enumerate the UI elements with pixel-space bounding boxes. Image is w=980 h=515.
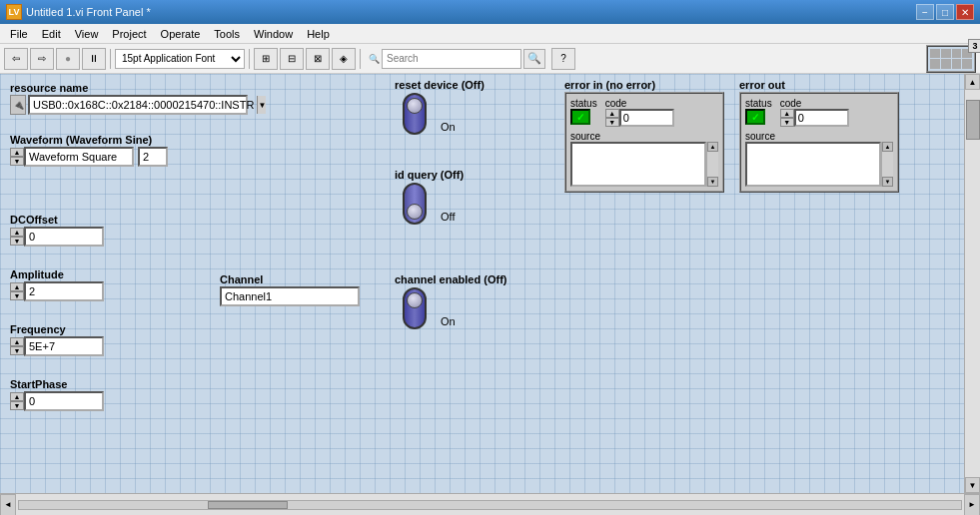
error-out-source-scrollbar: ▲ ▼: [881, 142, 893, 187]
amplitude-value: 2: [29, 285, 35, 297]
id-query-label: id query (Off): [395, 169, 464, 181]
waveform-label: Waveform (Waveform Sine): [10, 134, 168, 146]
resource-icon: 🔌: [10, 95, 26, 115]
waveform-down-arrow[interactable]: ▼: [10, 157, 24, 166]
align-button[interactable]: ⊞: [254, 48, 278, 70]
error-out-scroll-up[interactable]: ▲: [882, 142, 893, 152]
separator-3: [360, 49, 361, 69]
dc-offset-field[interactable]: 0: [24, 227, 104, 247]
scroll-up-button[interactable]: ▲: [965, 74, 980, 90]
error-out-code-field[interactable]: 0: [794, 109, 849, 127]
waveform-control: ▲ ▼ Waveform Square: [10, 147, 134, 167]
error-in-status-label: status: [570, 98, 597, 109]
error-out-status-label: status: [745, 98, 772, 109]
channel-field[interactable]: Channel1: [220, 286, 360, 306]
close-button[interactable]: ✕: [956, 4, 974, 20]
error-in-source-box-container: ▲ ▼: [570, 142, 718, 187]
frequency-field[interactable]: 5E+7: [24, 336, 104, 356]
start-phase-up[interactable]: ▲: [10, 392, 24, 401]
resource-dropdown-arrow[interactable]: ▼: [257, 96, 266, 114]
error-in-code-up[interactable]: ▲: [605, 109, 619, 118]
pause-button[interactable]: ⏸: [82, 48, 106, 70]
error-in-code-field[interactable]: 0: [619, 109, 674, 127]
thumbnail-badge: 3: [968, 39, 980, 53]
error-out-code-col: code ▲ ▼ 0: [780, 98, 849, 127]
menu-tools[interactable]: Tools: [208, 27, 246, 41]
maximize-button[interactable]: □: [936, 4, 954, 20]
dc-offset-up[interactable]: ▲: [10, 228, 24, 237]
thumbnail-container: 3: [926, 45, 976, 73]
forward-button[interactable]: ⇨: [30, 48, 54, 70]
help-button[interactable]: ?: [551, 48, 575, 70]
waveform-up-arrow[interactable]: ▲: [10, 148, 24, 157]
amplitude-down[interactable]: ▼: [10, 291, 24, 300]
id-query-group: id query (Off) Off: [395, 169, 464, 225]
id-query-toggle[interactable]: [395, 183, 435, 225]
id-query-state: Off: [441, 211, 455, 223]
error-in-status-col: status ✓: [570, 98, 597, 125]
menu-operate[interactable]: Operate: [155, 27, 207, 41]
error-in-status-indicator: ✓: [570, 109, 590, 125]
title-bar: LV Untitled 1.vi Front Panel * − □ ✕: [0, 0, 980, 24]
minimize-button[interactable]: −: [916, 4, 934, 20]
frequency-up[interactable]: ▲: [10, 337, 24, 346]
scroll-track[interactable]: [965, 90, 980, 477]
search-input[interactable]: [382, 49, 521, 69]
start-phase-field[interactable]: 0: [24, 391, 104, 411]
back-button[interactable]: ⇦: [4, 48, 28, 70]
menu-view[interactable]: View: [69, 27, 105, 41]
resource-name-dropdown[interactable]: USB0::0x168C::0x2184::0000215470::INSTR …: [28, 95, 248, 115]
distribute-button[interactable]: ⊟: [280, 48, 304, 70]
waveform-index[interactable]: 2: [138, 147, 168, 167]
waveform-dropdown[interactable]: Waveform Square: [24, 147, 134, 167]
amplitude-field[interactable]: 2: [24, 281, 104, 301]
order-button[interactable]: ◈: [332, 48, 356, 70]
error-out-status-col: status ✓: [745, 98, 772, 125]
error-out-scroll-down[interactable]: ▼: [882, 177, 893, 187]
error-out-code-down[interactable]: ▼: [780, 118, 794, 127]
resource-name-value: USB0::0x168C::0x2184::0000215470::INSTR: [30, 99, 257, 111]
resize-button[interactable]: ⊠: [306, 48, 330, 70]
amplitude-up[interactable]: ▲: [10, 282, 24, 291]
scroll-left-button[interactable]: ◄: [0, 494, 16, 516]
h-scroll-track[interactable]: [18, 500, 962, 510]
start-phase-down[interactable]: ▼: [10, 401, 24, 410]
error-out-code-up[interactable]: ▲: [780, 109, 794, 118]
font-selector[interactable]: 15pt Application Font: [115, 49, 245, 69]
search-area: 🔍 🔍: [369, 49, 545, 69]
error-in-source-field[interactable]: [570, 142, 706, 187]
frequency-label: Frequency: [10, 323, 104, 335]
menu-help[interactable]: Help: [301, 27, 336, 41]
channel-value: Channel1: [225, 290, 272, 302]
error-in-scroll-down[interactable]: ▼: [707, 177, 718, 187]
channel-enabled-toggle[interactable]: [395, 287, 435, 329]
amplitude-label: Amplitude: [10, 268, 104, 280]
search-button[interactable]: 🔍: [523, 49, 545, 69]
window-controls: − □ ✕: [916, 4, 974, 20]
error-in-label: error in (no error): [564, 79, 724, 91]
panel-grid[interactable]: resource name 🔌 USB0::0x168C::0x2184::00…: [0, 74, 964, 493]
reset-device-toggle[interactable]: [395, 93, 435, 135]
error-in-scroll-up[interactable]: ▲: [707, 142, 718, 152]
error-out-top-row: status ✓ code ▲ ▼ 0: [745, 98, 893, 127]
error-out-code-label: code: [780, 98, 849, 109]
waveform-value: Waveform Square: [26, 151, 132, 163]
menu-window[interactable]: Window: [248, 27, 299, 41]
scroll-right-button[interactable]: ►: [964, 494, 980, 516]
menu-file[interactable]: File: [4, 27, 34, 41]
menu-project[interactable]: Project: [106, 27, 152, 41]
frequency-down[interactable]: ▼: [10, 346, 24, 355]
dc-offset-down[interactable]: ▼: [10, 237, 24, 246]
id-query-toggle-body: [403, 183, 427, 225]
run-button[interactable]: ●: [56, 48, 80, 70]
error-in-code-value: 0: [623, 112, 629, 124]
reset-device-toggle-body: [403, 93, 427, 135]
error-out-source-row: source ▲ ▼: [745, 130, 893, 187]
menu-edit[interactable]: Edit: [36, 27, 67, 41]
scroll-down-button[interactable]: ▼: [965, 477, 980, 493]
scroll-thumb[interactable]: [966, 100, 980, 140]
error-out-source-field: [745, 142, 881, 187]
error-in-code-down[interactable]: ▼: [605, 118, 619, 127]
amplitude-control: ▲ ▼ 2: [10, 281, 104, 301]
h-scroll-thumb[interactable]: [208, 501, 288, 509]
